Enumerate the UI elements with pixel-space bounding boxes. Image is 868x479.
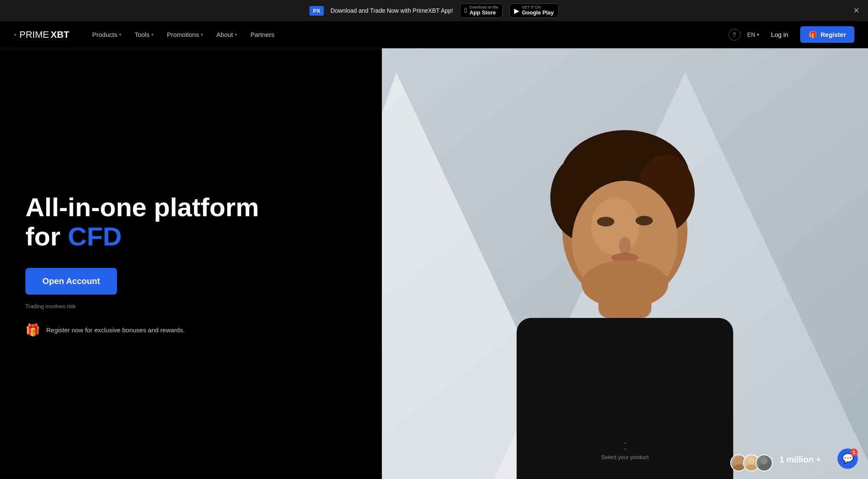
hero-title-for: for bbox=[25, 222, 68, 251]
nav-links: Products ▾ Tools ▾ Promotions ▾ About ▾ … bbox=[86, 28, 728, 42]
svg-point-10 bbox=[591, 198, 640, 255]
promo-text: Register now for exclusive bonuses and r… bbox=[46, 326, 185, 334]
banner-close-button[interactable]: ✕ bbox=[853, 6, 860, 15]
banner-text: Download and Trade Now with PrimeXBT App… bbox=[331, 7, 453, 14]
chat-badge: 1 bbox=[850, 448, 858, 456]
banner-px-logo: PX bbox=[309, 6, 323, 16]
nav-right: ? EN ▾ Log in 🎁 Register bbox=[729, 26, 854, 43]
svg-point-20 bbox=[746, 465, 757, 471]
apple-icon:  bbox=[465, 7, 467, 14]
language-selector[interactable]: EN ▾ bbox=[747, 31, 759, 38]
hero-title-cfd: CFD bbox=[68, 222, 122, 251]
chat-button[interactable]: 💬 1 bbox=[837, 448, 858, 469]
nav-item-partners[interactable]: Partners bbox=[245, 28, 281, 42]
svg-point-15 bbox=[581, 260, 668, 309]
navbar: ·PRIMEXBT Products ▾ Tools ▾ Promotions … bbox=[0, 21, 868, 48]
logo-prime: PRIME bbox=[19, 29, 49, 40]
google-play-button[interactable]: ▶ GET IT ON Google Play bbox=[509, 3, 558, 18]
avatar-3 bbox=[756, 454, 773, 471]
svg-point-12 bbox=[636, 216, 653, 226]
nav-label-partners: Partners bbox=[250, 31, 275, 38]
logo[interactable]: ·PRIMEXBT bbox=[14, 28, 69, 42]
svg-point-19 bbox=[748, 457, 755, 464]
language-label: EN bbox=[747, 31, 755, 38]
nav-item-about[interactable]: About ▾ bbox=[211, 28, 243, 42]
chevron-down-icon-tools: ▾ bbox=[151, 32, 153, 37]
scroll-indicator: ⌄ ⌄ Select your product bbox=[601, 439, 649, 460]
logo-dot: · bbox=[14, 28, 17, 42]
svg-point-17 bbox=[735, 457, 742, 464]
hero-title: All-in-one platform for CFD bbox=[25, 193, 356, 251]
nav-label-about: About bbox=[217, 31, 233, 38]
svg-point-11 bbox=[597, 217, 615, 226]
logo-xbt: XBT bbox=[50, 29, 69, 40]
app-store-button[interactable]:  Download on the App Store bbox=[460, 3, 503, 18]
chevron-down-icon-scroll: ⌄ bbox=[623, 439, 628, 445]
top-banner: PX Download and Trade Now with PrimeXBT … bbox=[0, 0, 868, 21]
help-button[interactable]: ? bbox=[729, 29, 740, 41]
nav-item-promotions[interactable]: Promotions ▾ bbox=[161, 28, 209, 42]
google-play-label-group: GET IT ON Google Play bbox=[522, 6, 554, 16]
chevron-down-icon-promotions: ▾ bbox=[201, 32, 203, 37]
register-label: Register bbox=[821, 31, 846, 38]
chevron-down-icon-products: ▾ bbox=[119, 32, 121, 37]
gift-icon: 🎁 bbox=[25, 323, 40, 337]
user-avatars bbox=[730, 454, 773, 471]
svg-point-13 bbox=[619, 237, 631, 254]
right-panel: ⌄ ⌄ Select your product 1 million + Acti… bbox=[382, 48, 868, 479]
register-icon: 🎁 bbox=[809, 31, 817, 39]
nav-label-promotions: Promotions bbox=[167, 31, 199, 38]
promo-row: 🎁 Register now for exclusive bonuses and… bbox=[25, 323, 356, 337]
chevron-down-icon-lang: ▾ bbox=[757, 32, 759, 37]
svg-point-18 bbox=[733, 465, 745, 471]
google-play-icon: ▶ bbox=[514, 7, 519, 15]
open-account-button[interactable]: Open Account bbox=[25, 268, 117, 295]
login-button[interactable]: Log in bbox=[766, 28, 793, 42]
app-store-label-group: Download on the App Store bbox=[470, 6, 498, 16]
hero-background-svg bbox=[382, 48, 868, 479]
hero-title-line1: All-in-one platform bbox=[25, 192, 259, 222]
nav-label-products: Products bbox=[92, 31, 117, 38]
stats-bar: 1 million + Active users across the worl… bbox=[730, 454, 851, 471]
main-layout: All-in-one platform for CFD Open Account… bbox=[0, 48, 868, 479]
nav-item-products[interactable]: Products ▾ bbox=[86, 28, 127, 42]
nav-item-tools[interactable]: Tools ▾ bbox=[129, 28, 159, 42]
svg-point-21 bbox=[761, 457, 768, 464]
nav-label-tools: Tools bbox=[135, 31, 150, 38]
svg-point-22 bbox=[758, 465, 770, 471]
chevron-down-icon-about: ▾ bbox=[235, 32, 237, 37]
risk-disclaimer: Trading involves risk bbox=[25, 303, 356, 309]
register-button[interactable]: 🎁 Register bbox=[800, 26, 854, 43]
left-panel: All-in-one platform for CFD Open Account… bbox=[0, 48, 382, 479]
chevron-down-icon-scroll2: ⌄ bbox=[623, 445, 628, 451]
select-product-label: Select your product bbox=[601, 454, 649, 460]
